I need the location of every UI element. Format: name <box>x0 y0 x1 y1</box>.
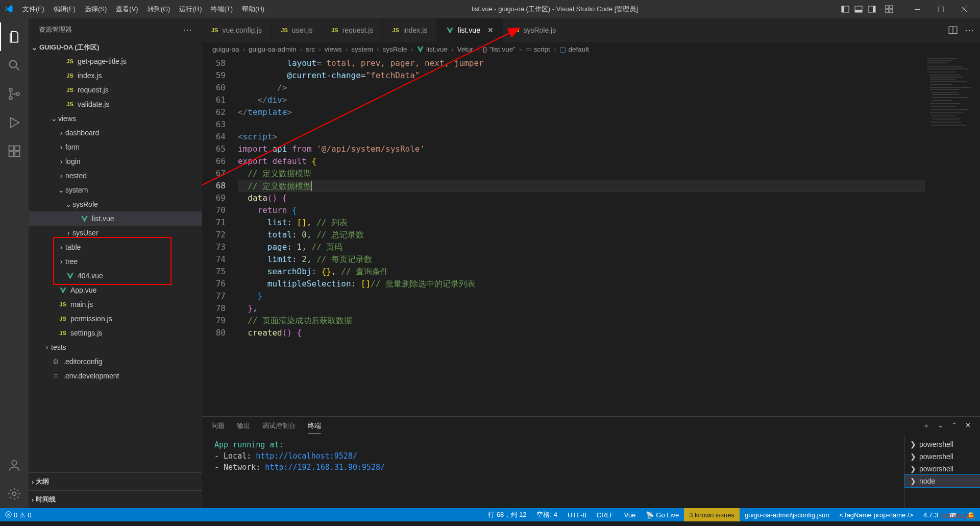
breadcrumb-item[interactable]: list.vue <box>426 45 448 53</box>
menu-item[interactable]: 运行(R) <box>175 3 206 16</box>
breadcrumb-item[interactable]: Vetur <box>457 45 473 53</box>
menu-item[interactable]: 查看(V) <box>112 3 142 16</box>
chevron-down-icon[interactable]: ⌄ <box>938 421 943 431</box>
breadcrumb-item[interactable]: script <box>534 45 550 53</box>
eol[interactable]: CRLF <box>592 508 619 521</box>
breadcrumb-item[interactable]: system <box>351 45 373 53</box>
editor-tab[interactable]: JSindex.js <box>383 18 437 42</box>
minimap[interactable] <box>925 56 980 416</box>
folder-item[interactable]: ⌄views <box>29 111 202 126</box>
editor-tab[interactable]: list.vue✕ <box>437 18 503 42</box>
network-url-link[interactable]: http://192.168.31.90:9528/ <box>265 463 385 472</box>
workspace-section[interactable]: ⌄ GUIGU-OA (工作区) <box>29 41 202 54</box>
menu-item[interactable]: 文件(F) <box>18 3 48 16</box>
code-content[interactable]: layout= total, prev, pager, next, jumper… <box>238 56 925 416</box>
errors-warnings[interactable]: ⓧ0 ⚠0 <box>0 508 36 521</box>
go-live[interactable]: 📡Go Live <box>641 508 684 521</box>
folder-item[interactable]: ›login <box>29 154 202 169</box>
menu-item[interactable]: 帮助(H) <box>238 3 268 16</box>
source-control-icon[interactable] <box>0 80 29 108</box>
terminal-output[interactable]: App running at: - Local: http://localhos… <box>202 435 904 508</box>
file-item[interactable]: JSpermission.js <box>29 312 202 326</box>
menu-item[interactable]: 转到(G) <box>143 3 175 16</box>
terminal-item[interactable]: ❯powershell <box>905 463 980 475</box>
folder-item[interactable]: ›table <box>29 240 202 254</box>
panel-tab[interactable]: 问题 <box>211 418 225 434</box>
breadcrumb-item[interactable]: guigu-oa-admin <box>249 45 297 53</box>
new-terminal-icon[interactable]: ＋ <box>923 421 929 431</box>
file-item[interactable]: JSget-page-title.js <box>29 54 202 68</box>
folder-item[interactable]: ›dashboard <box>29 126 202 140</box>
breadcrumb-item[interactable]: guigu-oa <box>212 45 239 53</box>
account-icon[interactable] <box>0 451 29 480</box>
more-icon[interactable]: ⋯ <box>183 24 192 35</box>
more-icon[interactable]: ⋯ <box>965 25 974 36</box>
breadcrumb-item[interactable]: default <box>568 45 589 53</box>
folder-item[interactable]: ›tests <box>29 340 202 354</box>
terminal-item[interactable]: ❯node <box>905 475 980 487</box>
panel-tab[interactable]: 调试控制台 <box>262 418 296 434</box>
folder-item[interactable]: ›tree <box>29 254 202 269</box>
breadcrumb-item[interactable]: views <box>325 45 342 53</box>
timeline-section[interactable]: ›时间线 <box>29 493 202 506</box>
indentation[interactable]: 空格: 4 <box>531 508 562 521</box>
close-icon[interactable]: ✕ <box>487 26 494 34</box>
maximize-panel-icon[interactable]: ⌃ <box>951 421 957 431</box>
maximize-button[interactable] <box>929 0 952 18</box>
file-item[interactable]: ≡.env.development <box>29 369 202 383</box>
breadcrumb[interactable]: guigu-oa›guigu-oa-admin›src›views›system… <box>202 42 980 56</box>
menu-item[interactable]: 选择(S) <box>81 3 111 16</box>
layout-toggle-icon[interactable] <box>868 5 876 13</box>
panel-tab[interactable]: 终端 <box>308 418 321 434</box>
breadcrumb-item[interactable]: sysRole <box>382 45 407 53</box>
editor-tab[interactable]: JSsysRole.js <box>503 18 566 42</box>
menu-item[interactable]: 终端(T) <box>207 3 237 16</box>
menu-item[interactable]: 编辑(E) <box>50 3 80 16</box>
svg-rect-46 <box>932 115 955 116</box>
folder-item[interactable]: ›nested <box>29 169 202 183</box>
code-editor[interactable]: 5859606162636465666768697071727374757677… <box>202 56 980 416</box>
breadcrumb-item[interactable]: src <box>306 45 315 53</box>
minimize-button[interactable] <box>905 0 929 18</box>
file-item[interactable]: ⚙.editorconfig <box>29 354 202 369</box>
layout-customize-icon[interactable] <box>885 5 893 13</box>
tag-format[interactable]: <TagName prop-name /> <box>835 508 919 521</box>
breadcrumb-item[interactable]: "list.vue" <box>489 45 516 53</box>
terminal-item[interactable]: ❯powershell <box>905 450 980 463</box>
editor-tab[interactable]: JSrequest.js <box>322 18 383 42</box>
run-debug-icon[interactable] <box>0 108 29 137</box>
explorer-icon[interactable] <box>0 22 29 51</box>
jsconfig-path[interactable]: guigu-oa-admin\jsconfig.json <box>740 508 834 521</box>
folder-item[interactable]: ⌄sysRole <box>29 197 202 211</box>
file-item[interactable]: JSsettings.js <box>29 326 202 340</box>
file-item[interactable]: JSmain.js <box>29 297 202 312</box>
search-icon[interactable] <box>0 51 29 80</box>
editor-tab[interactable]: JSvue.config.js <box>202 18 272 42</box>
encoding[interactable]: UTF-8 <box>562 508 592 521</box>
version[interactable]: 4.7.3 <box>918 508 943 521</box>
gear-icon[interactable] <box>0 480 29 508</box>
language-mode[interactable]: Vue <box>619 508 641 521</box>
file-item[interactable]: JSrequest.js <box>29 83 202 97</box>
split-editor-icon[interactable] <box>948 26 958 35</box>
folder-item[interactable]: ›sysUser <box>29 226 202 240</box>
file-item[interactable]: App.vue <box>29 283 202 297</box>
outline-section[interactable]: ›大纲 <box>29 475 202 488</box>
close-button[interactable] <box>952 0 976 18</box>
editor-tab[interactable]: JSuser.js <box>272 18 322 42</box>
file-item[interactable]: JSindex.js <box>29 68 202 83</box>
terminal-item[interactable]: ❯powershell <box>905 438 980 450</box>
folder-item[interactable]: ⌄system <box>29 183 202 197</box>
folder-item[interactable]: ›form <box>29 140 202 154</box>
file-item[interactable]: list.vue <box>29 211 202 226</box>
file-item[interactable]: 404.vue <box>29 269 202 283</box>
local-url-link[interactable]: http://localhost:9528/ <box>256 451 357 461</box>
panel-tab[interactable]: 输出 <box>237 418 250 434</box>
close-panel-icon[interactable]: ✕ <box>965 421 971 431</box>
file-item[interactable]: JSvalidate.js <box>29 97 202 111</box>
extensions-icon[interactable] <box>0 137 29 165</box>
layout-toggle-icon[interactable] <box>854 5 863 13</box>
cursor-position[interactable]: 行 68，列 12 <box>483 508 531 521</box>
layout-toggle-icon[interactable] <box>841 5 849 13</box>
known-issues[interactable]: 3 known issues <box>684 508 740 521</box>
